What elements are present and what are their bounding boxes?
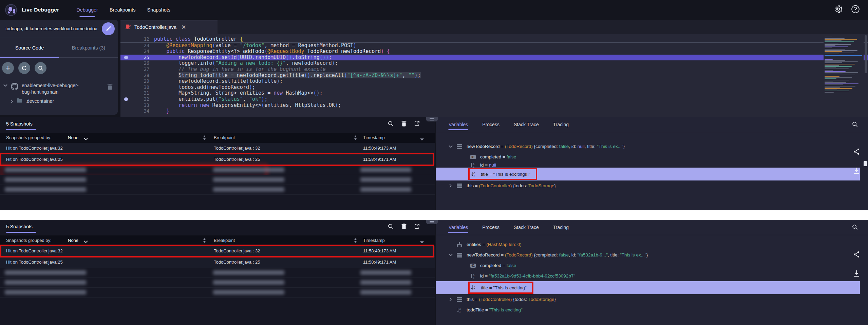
top-tab-breakpoints[interactable]: Breakpoints bbox=[104, 0, 141, 20]
trash-icon[interactable] bbox=[401, 121, 407, 128]
snapshot-row-blurred[interactable] bbox=[0, 278, 435, 288]
share-icon[interactable] bbox=[853, 251, 860, 259]
caret-down-icon[interactable] bbox=[420, 137, 424, 142]
close-tab-icon[interactable]: ✕ bbox=[181, 24, 186, 31]
sidebar-tab-breakpoints-3-[interactable]: Breakpoints (3) bbox=[59, 38, 118, 57]
line-number[interactable]: 32 bbox=[120, 96, 154, 102]
search-icon[interactable] bbox=[388, 224, 394, 231]
snapshot-row[interactable]: Hit on TodoController.java:32TodoControl… bbox=[0, 143, 435, 154]
download-icon[interactable] bbox=[853, 167, 860, 175]
grouped-by-value[interactable]: None bbox=[68, 238, 78, 243]
snapshot-row-blurred[interactable] bbox=[0, 165, 435, 175]
column-header-breakpoint[interactable]: Breakpoint bbox=[214, 135, 235, 140]
scrollbar-thumb[interactable] bbox=[864, 161, 867, 166]
expander-closed-icon[interactable] bbox=[449, 185, 457, 187]
sidebar-tab-source-code[interactable]: Source Code bbox=[0, 38, 59, 57]
variable-row-title[interactable]: AZtitle = "This is exciting!!!" bbox=[436, 168, 860, 180]
open-in-new-icon[interactable] bbox=[414, 224, 420, 231]
breakpoint-dot[interactable] bbox=[124, 97, 128, 101]
expander-open-icon[interactable] bbox=[449, 145, 457, 148]
snapshot-row-blurred[interactable] bbox=[0, 175, 435, 185]
snapshot-row[interactable]: Hit on TodoController.java:32TodoControl… bbox=[0, 246, 435, 257]
variable-row-completed[interactable]: 01completed = false bbox=[436, 260, 868, 271]
top-tab-snapshots[interactable]: Snapshots bbox=[141, 0, 176, 20]
variable-row-title[interactable]: AZtitle = "This is exciting" bbox=[436, 281, 860, 294]
line-number[interactable]: 24 bbox=[120, 49, 154, 55]
share-icon[interactable] bbox=[853, 148, 860, 156]
editor-tab[interactable]: TodoController.java ✕ bbox=[120, 20, 218, 34]
variable-row-entities[interactable]: entities = (HashMap len: 0) bbox=[436, 239, 868, 250]
column-header-timestamp[interactable]: Timestamp bbox=[363, 238, 385, 243]
line-number[interactable]: 26 bbox=[120, 60, 154, 66]
line-number[interactable]: 12 bbox=[120, 36, 154, 42]
line-number[interactable]: 28 bbox=[120, 73, 154, 79]
search-icon[interactable] bbox=[388, 121, 394, 128]
chevron-down-icon[interactable] bbox=[3, 84, 7, 87]
column-header-breakpoint[interactable]: Breakpoint bbox=[214, 238, 235, 243]
minimap[interactable] bbox=[824, 35, 864, 117]
resize-handle[interactable] bbox=[426, 117, 438, 121]
top-tab-debugger[interactable]: Debugger bbox=[71, 0, 104, 20]
snapshot-row-blurred[interactable] bbox=[0, 288, 435, 298]
snapshot-row[interactable]: Hit on TodoController.java:25TodoControl… bbox=[0, 257, 435, 268]
variable-row-this[interactable]: this = (TodoController) {todos: TodoStor… bbox=[436, 294, 868, 305]
snapshot-row-blurred[interactable] bbox=[0, 185, 435, 195]
expander-closed-icon[interactable] bbox=[449, 298, 457, 301]
expander-open-icon[interactable] bbox=[449, 254, 457, 256]
line-number[interactable]: 33 bbox=[120, 102, 154, 109]
settings-gear-icon[interactable] bbox=[834, 5, 843, 15]
variable-row-this[interactable]: this = (TodoController) {todos: TodoStor… bbox=[436, 180, 868, 191]
trash-icon[interactable] bbox=[401, 224, 407, 231]
workload-filter[interactable]: todoapp, dt.kubernetes.workload.name:tod… bbox=[0, 20, 118, 38]
chevron-down-icon[interactable] bbox=[84, 239, 88, 244]
line-number[interactable]: 23 bbox=[120, 43, 154, 49]
trash-icon[interactable] bbox=[107, 84, 113, 91]
repo-node[interactable]: enablement-live-debugger-bug-hunting:mai… bbox=[3, 82, 118, 95]
download-icon[interactable] bbox=[853, 270, 860, 278]
sort-icon[interactable] bbox=[354, 238, 357, 244]
grouped-by-value[interactable]: None bbox=[68, 135, 78, 140]
column-header-timestamp[interactable]: Timestamp bbox=[363, 135, 385, 140]
variable-row-todoTitle[interactable]: AZtodoTitle = "This is exciting" bbox=[436, 305, 868, 315]
tab-process[interactable]: Process bbox=[482, 117, 499, 132]
line-number[interactable]: 34 bbox=[120, 108, 154, 114]
line-number[interactable]: 29 bbox=[120, 78, 154, 84]
sort-icon[interactable] bbox=[203, 238, 206, 244]
search-icon[interactable] bbox=[852, 224, 858, 231]
breakpoint-dot[interactable] bbox=[124, 56, 128, 59]
caret-down-icon[interactable] bbox=[420, 240, 424, 245]
variable-row-id[interactable]: AZid = null bbox=[436, 162, 868, 168]
search-icon[interactable] bbox=[852, 121, 858, 128]
open-in-new-icon[interactable] bbox=[414, 121, 420, 128]
sort-icon[interactable] bbox=[354, 135, 357, 141]
variable-row-id[interactable]: AZid = "fa532a1b-9d53-4cfb-bbb4-92ccf530… bbox=[436, 271, 868, 281]
resize-handle[interactable] bbox=[426, 220, 438, 224]
snapshot-row-blurred[interactable] bbox=[0, 268, 435, 278]
sort-icon[interactable] bbox=[203, 135, 206, 141]
snapshot-row[interactable]: Hit on TodoController.java:25TodoControl… bbox=[0, 154, 435, 165]
refresh-button[interactable] bbox=[18, 62, 30, 74]
search-button[interactable] bbox=[35, 62, 46, 74]
chevron-down-icon[interactable] bbox=[84, 136, 88, 141]
variable-row-completed[interactable]: 01completed = false bbox=[436, 152, 868, 162]
tab-tracing[interactable]: Tracing bbox=[553, 220, 569, 235]
variable-row-newTodoRecord[interactable]: newTodoRecord = (TodoRecord) {completed:… bbox=[436, 141, 868, 152]
tree-item-devcontainer[interactable]: .devcontainer bbox=[3, 95, 118, 104]
variable-row-newTodoRecord[interactable]: newTodoRecord = (TodoRecord) {completed:… bbox=[436, 250, 868, 260]
editor-scrollbar[interactable] bbox=[865, 35, 867, 73]
line-number[interactable]: 27 bbox=[120, 66, 154, 73]
chevron-right-icon[interactable] bbox=[10, 100, 14, 102]
tab-tracing[interactable]: Tracing bbox=[553, 117, 569, 132]
tab-variables[interactable]: Variables bbox=[449, 220, 468, 235]
line-number[interactable]: 25 bbox=[120, 55, 154, 61]
help-icon[interactable] bbox=[851, 5, 860, 15]
tab-stack-trace[interactable]: Stack Trace bbox=[514, 117, 539, 132]
tab-process[interactable]: Process bbox=[482, 220, 499, 235]
add-button[interactable]: + bbox=[2, 62, 14, 74]
edit-filter-button[interactable] bbox=[102, 22, 115, 35]
line-number[interactable]: 31 bbox=[120, 90, 154, 96]
line-number[interactable]: 30 bbox=[120, 84, 154, 91]
tab-stack-trace[interactable]: Stack Trace bbox=[514, 220, 539, 235]
code-seg: ; bbox=[320, 90, 323, 96]
tab-variables[interactable]: Variables bbox=[449, 117, 468, 132]
